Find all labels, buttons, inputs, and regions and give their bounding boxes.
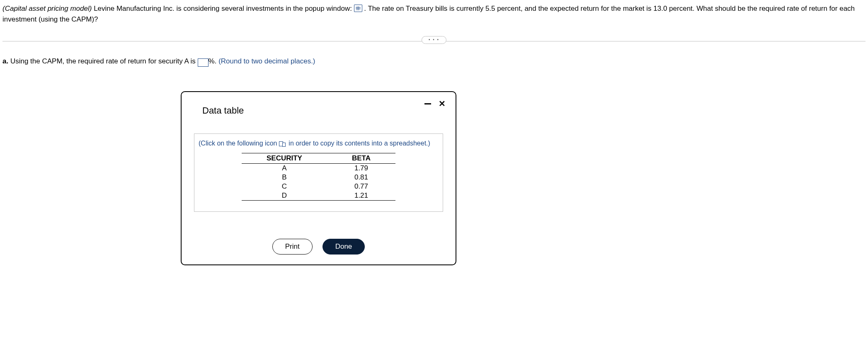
part-a-before: Using the CAPM, the required rate of ret… bbox=[8, 57, 197, 65]
more-button[interactable]: • • • bbox=[422, 36, 446, 44]
answer-input-a[interactable] bbox=[198, 58, 209, 67]
stem-before-icon: Levine Manufacturing Inc. is considering… bbox=[92, 5, 354, 12]
divider: • • • bbox=[2, 36, 866, 46]
part-a-label: a. bbox=[2, 57, 8, 65]
question-stem: (Capital asset pricing model) Levine Man… bbox=[2, 3, 866, 25]
stem-italic: (Capital asset pricing model) bbox=[2, 5, 92, 12]
part-a: a. Using the CAPM, the required rate of … bbox=[2, 56, 866, 67]
part-a-after: %. bbox=[209, 57, 219, 65]
table-popup-icon[interactable] bbox=[354, 5, 362, 12]
part-a-hint: (Round to two decimal places.) bbox=[218, 57, 315, 65]
